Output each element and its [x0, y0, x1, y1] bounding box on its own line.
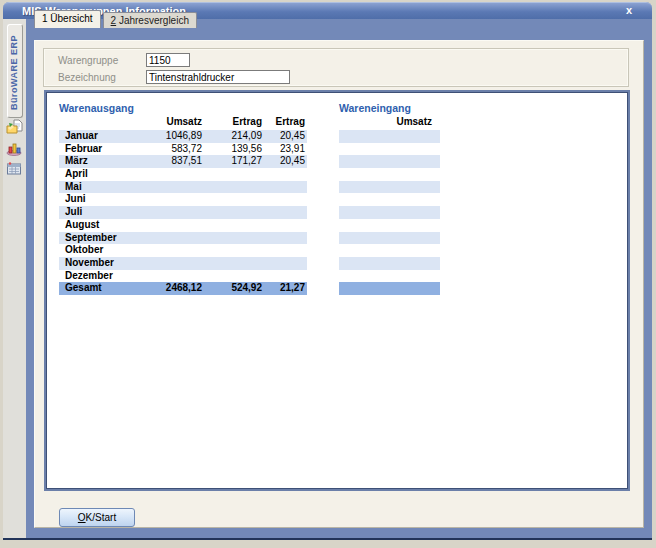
brand-label: BüroWARE ERP [9, 28, 21, 116]
table-row: Januar1046,89214,0920,45 [59, 130, 307, 143]
warengruppe-input[interactable] [146, 53, 190, 67]
ok-start-mnemonic: O [78, 512, 86, 523]
mis-window: MIS-Warengruppen Information x BüroWARE … [3, 2, 652, 540]
value-cell [132, 193, 204, 206]
table-row: April [59, 168, 307, 181]
warengruppe-row: Warengruppe [58, 53, 190, 67]
table-row [339, 257, 440, 270]
value-cell [204, 257, 264, 270]
warenausgang-header: Umsatz Ertrag Ertrag % [59, 115, 307, 128]
warenausgang-rows: Januar1046,89214,0920,45Februar583,72139… [59, 130, 307, 295]
table-row: Mai [59, 181, 307, 194]
table-row: Gesamt2468,12524,9221,27 [59, 282, 307, 295]
value-cell [204, 181, 264, 194]
table-row: Februar583,72139,5623,91 [59, 143, 307, 156]
value-cell [132, 168, 204, 181]
desktop: MIS-Warengruppen Information x BüroWARE … [0, 0, 656, 548]
table-row: Juni [59, 193, 307, 206]
value-cell: 21,27 [264, 282, 307, 295]
value-cell: 171,27 [204, 155, 264, 168]
sidebar-icons [6, 119, 24, 177]
table-row [339, 181, 440, 194]
table-row [339, 168, 440, 181]
tab-strip: 1 Übersicht 2 Jahresvergleich [34, 5, 197, 28]
value-cell [204, 168, 264, 181]
month-cell: November [59, 257, 132, 270]
value-cell: 214,09 [204, 130, 264, 143]
table-row: September [59, 232, 307, 245]
value-cell [204, 244, 264, 257]
brand-tab: BüroWARE ERP [7, 24, 23, 118]
value-cell [204, 270, 264, 283]
value-cell: 524,92 [204, 282, 264, 295]
table-row [339, 130, 440, 143]
value-cell [132, 232, 204, 245]
tab-uebersicht-label: 1 Übersicht [42, 13, 93, 24]
close-button[interactable]: x [622, 4, 636, 18]
value-cell [132, 181, 204, 194]
month-cell: September [59, 232, 132, 245]
bezeichnung-label: Bezeichnung [58, 72, 146, 83]
value-cell: 139,56 [204, 143, 264, 156]
month-cell: Juni [59, 193, 132, 206]
month-cell: Mai [59, 181, 132, 194]
table-row: Dezember [59, 270, 307, 283]
column-header-we-umsatz: Umsatz [339, 115, 440, 128]
chart-icon[interactable] [6, 140, 23, 156]
table-row [339, 219, 440, 232]
value-cell [264, 244, 307, 257]
month-cell: Februar [59, 143, 132, 156]
table-row [339, 232, 440, 245]
month-cell: Gesamt [59, 282, 132, 295]
value-cell: 583,72 [132, 143, 204, 156]
value-cell [204, 219, 264, 232]
value-cell [204, 206, 264, 219]
value-cell [264, 193, 307, 206]
tab-page-uebersicht: Warengruppe Bezeichnung Warenausgang War… [34, 40, 644, 528]
month-cell: Dezember [59, 270, 132, 283]
month-cell: Januar [59, 130, 132, 143]
sidebar: BüroWARE ERP [3, 19, 26, 538]
wareneingang-title: Wareneingang [339, 102, 411, 114]
value-cell: 20,45 [264, 155, 307, 168]
bezeichnung-input[interactable] [146, 70, 290, 84]
tab-jahresvergleich-label: Jahresvergleich [116, 15, 189, 26]
table-row [339, 193, 440, 206]
tab-jahresvergleich[interactable]: 2 Jahresvergleich [103, 12, 197, 28]
table-row: August [59, 219, 307, 232]
value-cell: 837,51 [132, 155, 204, 168]
value-cell [204, 232, 264, 245]
value-cell [132, 257, 204, 270]
value-cell [132, 219, 204, 232]
wareneingang-header: Umsatz [339, 115, 440, 128]
value-cell [264, 232, 307, 245]
value-cell [264, 206, 307, 219]
value-cell [132, 270, 204, 283]
value-cell [204, 193, 264, 206]
table-row [339, 155, 440, 168]
wareneingang-rows [339, 130, 440, 295]
warenausgang-title: Warenausgang [59, 102, 134, 114]
value-cell: 23,91 [264, 143, 307, 156]
value-cell: 20,45 [264, 130, 307, 143]
warengruppe-label: Warengruppe [58, 55, 146, 66]
value-cell [264, 168, 307, 181]
ok-start-button[interactable]: OK/Start [59, 508, 135, 527]
data-panel: Warenausgang Wareneingang Umsatz Ertrag … [44, 90, 630, 491]
table-row [339, 143, 440, 156]
form-groupbox: Warengruppe Bezeichnung [43, 48, 629, 87]
bezeichnung-row: Bezeichnung [58, 70, 290, 84]
month-cell: Juli [59, 206, 132, 219]
value-cell: 1046,89 [132, 130, 204, 143]
open-folder-icon[interactable] [6, 119, 23, 135]
table-row [339, 206, 440, 219]
month-cell: August [59, 219, 132, 232]
tab-uebersicht[interactable]: 1 Übersicht [34, 10, 101, 28]
value-cell [132, 206, 204, 219]
value-cell [264, 257, 307, 270]
table-row: November [59, 257, 307, 270]
month-cell: April [59, 168, 132, 181]
value-cell [264, 181, 307, 194]
calendar-icon[interactable] [6, 161, 23, 177]
value-cell [264, 270, 307, 283]
